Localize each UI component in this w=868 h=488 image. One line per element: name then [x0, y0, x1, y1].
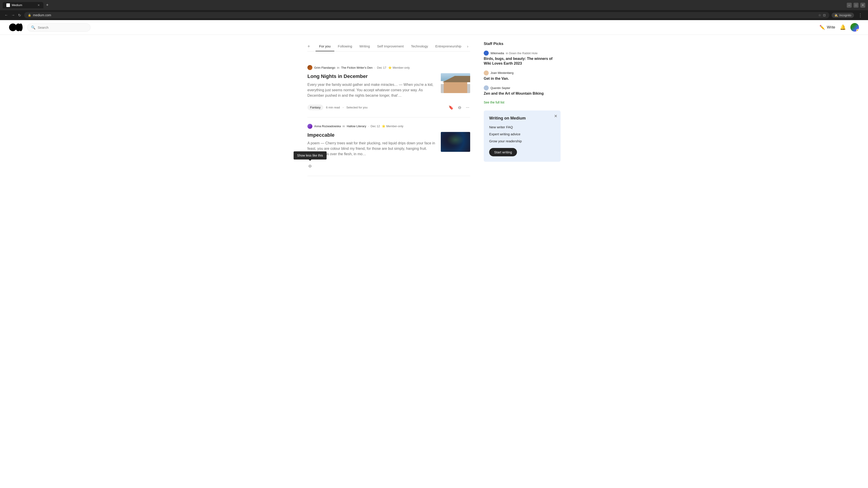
- browser-chrome: Medium ✕ + ─ □ ✕: [0, 0, 868, 10]
- medium-header: 🔍 ✏️ Write 🔔: [0, 20, 868, 35]
- selected-label: Selected for you: [346, 106, 368, 109]
- tab-following-label: Following: [338, 44, 352, 48]
- article-content: Impeccable A poem — Cherry trees wait fo…: [307, 132, 470, 160]
- pick-article-title[interactable]: Birds, bugs, and beauty: The winners of …: [484, 57, 561, 66]
- article-text: Long Nights in December Every year the f…: [307, 73, 436, 101]
- browser-menu-button[interactable]: ⋮: [856, 11, 864, 19]
- tooltip-container: Show less like this ⊖: [307, 163, 313, 169]
- add-topic-button[interactable]: +: [307, 42, 314, 51]
- article-card: Grim Flandango in The Fiction Writer's D…: [307, 59, 470, 118]
- member-badge: ⭐ Member-only: [382, 125, 403, 128]
- read-time: 6 min read: [326, 106, 340, 109]
- tab-for-you[interactable]: For you: [315, 41, 334, 51]
- article-thumbnail[interactable]: [441, 73, 470, 93]
- member-label: Member-only: [386, 125, 403, 128]
- see-full-list-link[interactable]: See the full list: [484, 101, 561, 104]
- tab-close-button[interactable]: ✕: [37, 4, 40, 7]
- article-image: [441, 73, 470, 93]
- start-writing-button[interactable]: Start writing: [489, 148, 517, 156]
- member-star-icon: ⭐: [388, 66, 392, 69]
- close-card-button[interactable]: ✕: [554, 113, 557, 119]
- tab-entrepreneurship[interactable]: Entrepreneurship: [432, 41, 465, 51]
- url-text: medium.com: [33, 13, 816, 17]
- pick-author-row: Joan Westenberg: [484, 70, 561, 75]
- close-window-button[interactable]: ✕: [860, 3, 865, 8]
- address-bar[interactable]: 🔒 medium.com ☆ ⊡: [24, 12, 829, 18]
- staff-picks: Staff Picks Wikimedia in Down the Rabbit…: [484, 41, 561, 104]
- forward-button[interactable]: →: [10, 12, 16, 18]
- pick-publication: in Down the Rabbit Hole: [506, 52, 537, 55]
- article-title[interactable]: Impeccable: [307, 132, 436, 138]
- article-meta: Grim Flandango in The Fiction Writer's D…: [307, 65, 470, 70]
- new-tab-button[interactable]: +: [44, 2, 51, 8]
- active-tab[interactable]: Medium ✕: [3, 2, 43, 8]
- hide-article-button[interactable]: ⊖: [307, 163, 313, 169]
- staff-picks-title: Staff Picks: [484, 41, 561, 46]
- article-actions: Show less like this ⊖: [307, 163, 313, 169]
- publication-name[interactable]: The Fiction Writer's Den: [341, 66, 373, 69]
- reload-button[interactable]: ↻: [17, 12, 22, 18]
- separator: ·: [368, 125, 369, 128]
- article-text: Impeccable A poem — Cherry trees wait fo…: [307, 132, 436, 160]
- pick-author-name[interactable]: Wikimedia: [491, 52, 504, 55]
- security-icon: 🔒: [28, 13, 31, 17]
- tab-bar: Medium ✕ +: [3, 2, 842, 8]
- tab-for-you-label: For you: [319, 44, 331, 48]
- notification-bell-icon[interactable]: 🔔: [840, 24, 846, 30]
- tab-writing[interactable]: Writing: [356, 41, 373, 51]
- member-label: Member-only: [393, 66, 410, 69]
- tab-scroll-right-icon[interactable]: ›: [465, 42, 470, 51]
- article-thumbnail[interactable]: [441, 132, 470, 152]
- tab-self-improvement[interactable]: Self Improvement: [373, 41, 407, 51]
- writing-card-title: Writing on Medium: [489, 116, 555, 121]
- show-less-tooltip: Show less like this: [293, 151, 327, 160]
- search-bar[interactable]: 🔍: [27, 23, 90, 32]
- pick-avatar: [484, 51, 489, 56]
- tab-title: Medium: [12, 3, 22, 7]
- more-options-button[interactable]: ···: [465, 104, 470, 111]
- incognito-badge: 🕵 Incognito: [832, 13, 854, 18]
- header-right: ✏️ Write 🔔: [819, 23, 859, 32]
- medium-logo[interactable]: [9, 24, 23, 31]
- article-title[interactable]: Long Nights in December: [307, 73, 436, 80]
- article-date: Dec 12: [371, 125, 380, 128]
- grow-readership-link[interactable]: Grow your readership: [489, 139, 555, 143]
- write-button[interactable]: ✏️ Write: [819, 25, 835, 30]
- article-tag[interactable]: Fantasy: [307, 105, 323, 110]
- author-name[interactable]: Anna Rozwadowska: [314, 125, 341, 128]
- save-button[interactable]: 🔖: [447, 104, 454, 111]
- avatar: [307, 65, 312, 70]
- writing-on-medium-card: ✕ Writing on Medium New writer FAQ Exper…: [484, 110, 561, 162]
- publication-name[interactable]: Hallow Literary: [347, 125, 366, 128]
- pick-article-title[interactable]: Get in the Van.: [484, 76, 561, 81]
- sidebar-column: Staff Picks Wikimedia in Down the Rabbit…: [484, 41, 561, 176]
- reader-view-icon[interactable]: ⊡: [823, 13, 826, 17]
- medium-app: 🔍 ✏️ Write 🔔 + For you Fo: [0, 20, 868, 486]
- address-bar-actions: ☆ ⊡: [818, 13, 826, 17]
- address-bar-row: ← → ↻ 🔒 medium.com ☆ ⊡ 🕵 Incognito ⋮: [0, 10, 868, 20]
- tab-following[interactable]: Following: [334, 41, 356, 51]
- tab-self-improvement-label: Self Improvement: [377, 44, 404, 48]
- maximize-button[interactable]: □: [854, 3, 859, 8]
- expert-advice-link[interactable]: Expert writing advice: [489, 132, 555, 136]
- article-image: [441, 132, 470, 152]
- pick-article-title[interactable]: Zen and the Art of Mountain Biking: [484, 91, 561, 96]
- separator: ·: [374, 66, 375, 69]
- bookmark-star-icon[interactable]: ☆: [818, 13, 821, 17]
- user-avatar[interactable]: [850, 23, 859, 32]
- new-writer-faq-link[interactable]: New writer FAQ: [489, 125, 555, 129]
- search-input[interactable]: [38, 26, 87, 29]
- in-text: in: [337, 66, 339, 69]
- tab-technology[interactable]: Technology: [407, 41, 432, 51]
- pick-author-name[interactable]: Joan Westenberg: [491, 71, 514, 74]
- nav-buttons: ← → ↻: [4, 12, 22, 18]
- author-name[interactable]: Grim Flandango: [314, 66, 335, 69]
- tab-favicon: [6, 3, 10, 7]
- article-footer: Show less like this ⊖: [307, 163, 470, 169]
- pick-author-name[interactable]: Quentin Septer: [491, 86, 510, 90]
- hide-button[interactable]: ⊖: [457, 104, 462, 111]
- staff-pick-item: Wikimedia in Down the Rabbit Hole Birds,…: [484, 51, 561, 66]
- minimize-button[interactable]: ─: [847, 3, 852, 8]
- window-controls: ─ □ ✕: [847, 3, 865, 8]
- back-button[interactable]: ←: [4, 12, 9, 18]
